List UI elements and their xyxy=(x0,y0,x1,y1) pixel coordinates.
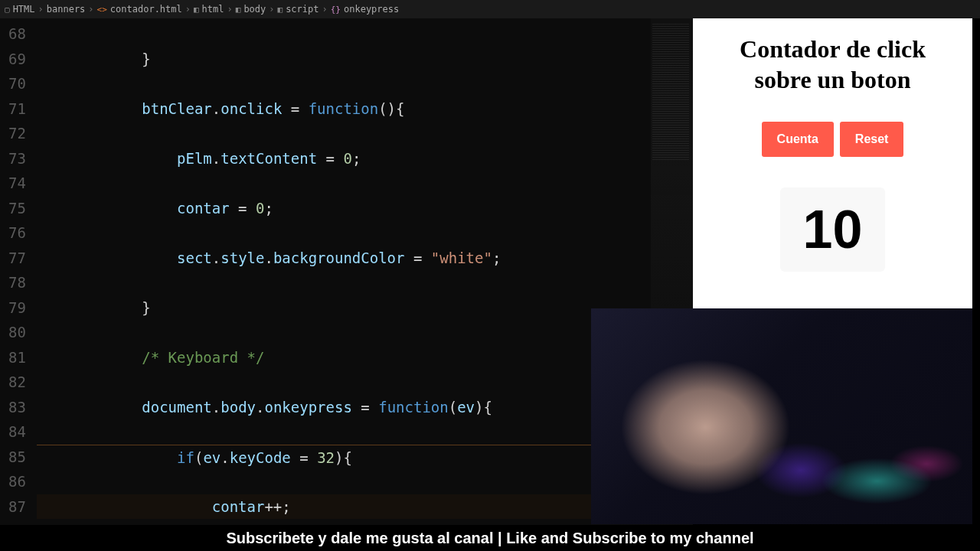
footer-banner: Subscribete y dale me gusta al canal | L… xyxy=(0,525,980,551)
chevron-right-icon: › xyxy=(88,4,93,15)
preview-title: Contador de click sobre un boton xyxy=(708,34,957,95)
reset-button[interactable]: Reset xyxy=(840,122,904,157)
breadcrumb-item[interactable]: HTML xyxy=(13,4,35,15)
chevron-right-icon: › xyxy=(227,4,233,15)
chevron-right-icon: › xyxy=(38,4,44,15)
code-editor[interactable]: 6869707172737475767778798081828384858687… xyxy=(0,18,693,525)
breadcrumb-item[interactable]: script xyxy=(286,4,318,15)
counter-display: 10 xyxy=(780,187,886,272)
chevron-right-icon: › xyxy=(322,4,328,15)
tag-icon: ◧ xyxy=(278,5,283,15)
browser-preview: Contador de click sobre un boton Cuenta … xyxy=(693,18,972,324)
chevron-right-icon: › xyxy=(185,4,191,15)
breadcrumb[interactable]: ▢ HTML › banners › <> contador.html › ◧ … xyxy=(0,0,980,18)
cuenta-button[interactable]: Cuenta xyxy=(762,122,834,157)
tag-icon: ◧ xyxy=(194,5,199,15)
chevron-right-icon: › xyxy=(269,4,274,15)
breadcrumb-item[interactable]: banners xyxy=(47,4,86,15)
brace-icon: {} xyxy=(331,5,341,15)
breadcrumb-item[interactable]: html xyxy=(202,4,224,15)
folder-icon: ▢ xyxy=(5,5,10,15)
breadcrumb-item[interactable]: onkeypress xyxy=(344,4,399,15)
file-icon: <> xyxy=(97,5,107,15)
breadcrumb-item[interactable]: contador.html xyxy=(110,4,182,15)
line-gutter: 6869707172737475767778798081828384858687 xyxy=(0,18,37,525)
tag-icon: ◧ xyxy=(236,5,241,15)
breadcrumb-item[interactable]: body xyxy=(243,4,266,15)
webcam-overlay xyxy=(591,308,972,524)
